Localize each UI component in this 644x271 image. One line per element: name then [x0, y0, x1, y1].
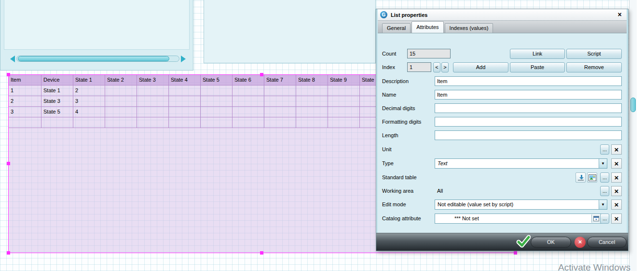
index-row: Index < > Add Paste Remove	[376, 62, 629, 73]
description-label: Description	[382, 78, 409, 84]
tab-indexes-values[interactable]: Indexes (values)	[445, 23, 493, 33]
vscrollbar-thumb[interactable]	[630, 98, 636, 112]
dialog-titlebar: G List properties ×	[376, 9, 628, 21]
table-cell	[328, 86, 360, 96]
standard-table-more-button[interactable]: ...	[600, 172, 609, 183]
description-input[interactable]	[435, 76, 622, 86]
table-cell	[169, 86, 201, 96]
count-input[interactable]	[407, 49, 451, 58]
import-table-icon[interactable]	[575, 172, 586, 183]
length-input[interactable]	[435, 130, 622, 140]
working-area-delete-icon[interactable]: ×	[611, 186, 622, 196]
working-area-value: All	[437, 188, 443, 194]
table-cell: State 1	[41, 86, 73, 96]
table-cell	[296, 86, 328, 96]
unit-label: Unit	[382, 146, 392, 152]
table-header-cell: State 6	[233, 75, 264, 86]
remove-button[interactable]: Remove	[566, 62, 622, 72]
table-cell	[264, 107, 296, 117]
table-header-cell: State 1	[73, 75, 105, 86]
table-cell: State 5	[41, 107, 73, 117]
cancel-button[interactable]: Cancel	[587, 237, 627, 248]
table-cell	[105, 96, 137, 107]
table-cell	[328, 96, 360, 107]
type-dropdown[interactable]: Text ▼	[435, 158, 607, 169]
catalog-attribute-label: Catalog attribute	[382, 215, 421, 221]
editor-vscrollbar[interactable]	[629, 0, 637, 271]
index-next-button[interactable]: >	[441, 62, 449, 72]
catalog-picker-icon[interactable]	[591, 214, 601, 223]
catalog-attribute-delete-icon[interactable]: ×	[611, 214, 622, 224]
ok-button[interactable]: OK	[531, 237, 571, 248]
unit-delete-icon[interactable]: ×	[611, 144, 622, 155]
link-button[interactable]: Link	[510, 49, 565, 59]
selection-handle-w[interactable]	[7, 162, 10, 165]
edit-mode-dropdown[interactable]: Not editable (value set by script) ▼	[435, 200, 607, 210]
edit-mode-delete-icon[interactable]: ×	[611, 200, 622, 210]
name-input[interactable]	[435, 90, 622, 100]
table-cell	[9, 117, 41, 128]
count-label: Count	[382, 51, 396, 57]
table-cell	[328, 117, 360, 128]
table-cell	[296, 96, 328, 107]
selection-handle-nw[interactable]	[7, 73, 10, 76]
empty-panel[interactable]	[204, 0, 376, 63]
standard-table-label: Standard table	[382, 174, 417, 180]
index-prev-button[interactable]: <	[433, 62, 440, 72]
table-cell	[169, 117, 201, 128]
table-cell	[296, 107, 328, 117]
tab-attributes[interactable]: Attributes	[411, 21, 443, 33]
script-button[interactable]: Script	[566, 49, 622, 59]
table-cell	[137, 117, 169, 128]
selection-handle-s[interactable]	[260, 251, 263, 255]
close-icon[interactable]: ×	[616, 11, 624, 19]
trend-panel[interactable]	[0, 0, 193, 71]
selection-handle-n[interactable]	[260, 73, 263, 76]
table-header-cell: State 7	[264, 75, 296, 86]
scrollbar-thumb[interactable]	[18, 56, 169, 61]
table-cell	[233, 117, 264, 128]
table-cell	[201, 86, 233, 96]
table-cell	[105, 117, 137, 128]
table-cell	[264, 96, 296, 107]
working-area-label: Working area	[382, 188, 413, 194]
add-button[interactable]: Add	[453, 62, 508, 72]
edit-mode-label: Edit mode	[382, 201, 406, 207]
index-input[interactable]	[407, 62, 431, 72]
selection-handle-se[interactable]	[514, 251, 517, 255]
selection-handle-sw[interactable]	[7, 251, 10, 255]
table-header-cell: State 3	[137, 75, 169, 86]
decimal-digits-label: Decimal digits	[382, 105, 415, 111]
table-cell	[201, 96, 233, 107]
tab-general[interactable]: General	[382, 23, 411, 33]
type-row: Type Text ▼ ×	[376, 158, 629, 169]
catalog-attribute-field[interactable]: *** Not set	[435, 214, 602, 224]
name-label: Name	[382, 92, 396, 98]
table-cell	[201, 117, 233, 128]
chevron-down-icon[interactable]: ▼	[599, 159, 607, 168]
scroll-left-arrow-icon[interactable]	[10, 56, 15, 62]
working-area-more-button[interactable]: ...	[600, 186, 609, 196]
type-delete-icon[interactable]: ×	[611, 158, 622, 169]
catalog-attribute-more-button[interactable]: ...	[600, 214, 609, 224]
table-cell	[233, 86, 264, 96]
edit-mode-value: Not editable (value set by script)	[438, 201, 513, 207]
scroll-right-arrow-icon[interactable]	[181, 56, 186, 62]
image-table-icon[interactable]	[587, 172, 597, 183]
table-cell	[201, 107, 233, 117]
decimal-digits-input[interactable]	[435, 103, 622, 113]
length-label: Length	[382, 132, 398, 138]
table-cell	[137, 96, 169, 107]
table-header-cell: State 4	[169, 75, 201, 86]
standard-table-delete-icon[interactable]: ×	[611, 172, 622, 183]
formatting-digits-input[interactable]	[435, 117, 622, 127]
unit-more-button[interactable]: ...	[600, 144, 609, 155]
table-cell	[41, 117, 73, 128]
dialog-tabs: General Attributes Indexes (values)	[376, 21, 628, 33]
chevron-down-icon[interactable]: ▼	[599, 200, 607, 209]
decimal-digits-row: Decimal digits	[376, 103, 629, 114]
table-header-cell: Item	[9, 75, 41, 86]
table-header-cell: State 2	[105, 75, 137, 86]
paste-button[interactable]: Paste	[510, 62, 565, 72]
table-header-cell: State 5	[201, 75, 233, 86]
